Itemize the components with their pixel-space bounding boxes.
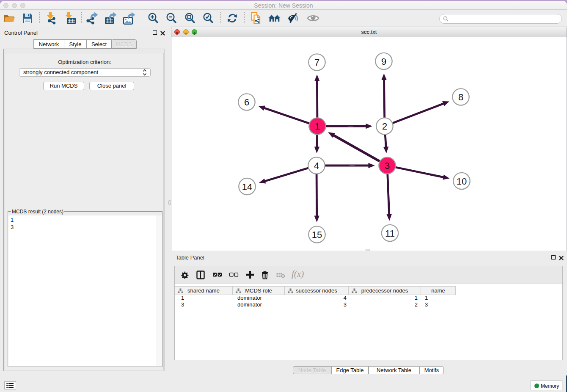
svg-text:3: 3 <box>385 160 390 171</box>
svg-text:4: 4 <box>314 160 319 171</box>
svg-text:1: 1 <box>315 121 320 132</box>
svg-text:10: 10 <box>457 176 467 187</box>
svg-text:15: 15 <box>312 229 322 240</box>
svg-text:11: 11 <box>385 228 395 239</box>
svg-text:7: 7 <box>314 57 319 68</box>
svg-text:2: 2 <box>382 121 387 132</box>
svg-text:14: 14 <box>242 182 252 192</box>
svg-text:8: 8 <box>458 92 463 102</box>
svg-text:9: 9 <box>381 56 386 67</box>
svg-text:6: 6 <box>244 97 249 108</box>
